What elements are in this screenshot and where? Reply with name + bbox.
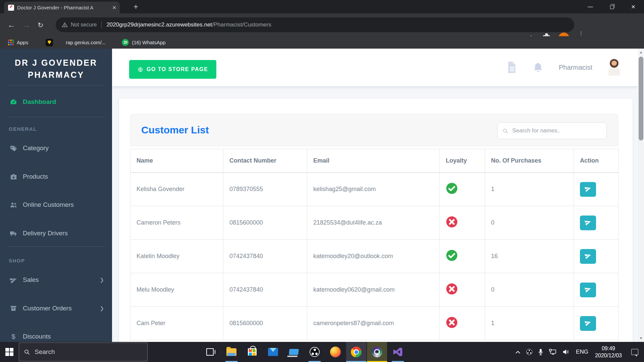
send-message-button[interactable] xyxy=(580,249,596,264)
taskbar-obs[interactable] xyxy=(305,342,325,362)
customer-row: Melu Moodley0742437840katemoodley0620@gm… xyxy=(130,273,619,307)
bookmark-gem[interactable] xyxy=(46,39,53,46)
send-message-button[interactable] xyxy=(580,283,596,297)
apps-grid-icon xyxy=(8,40,14,45)
pharmacist-avatar[interactable] xyxy=(607,59,621,76)
tray-obs-icon[interactable] xyxy=(524,342,535,362)
tab-close-icon[interactable]: ✕ xyxy=(112,5,116,10)
sidebar-divider xyxy=(7,117,105,117)
back-icon[interactable]: ← xyxy=(7,21,15,29)
sidebar-item-label: Online Customers xyxy=(23,201,74,208)
search-input[interactable] xyxy=(512,127,602,134)
scrollbar-thumb[interactable] xyxy=(639,57,643,140)
tray-clock[interactable]: 09:492020/12/03 xyxy=(592,345,625,359)
users-icon xyxy=(9,201,17,209)
site-favicon xyxy=(8,5,14,11)
send-plane-icon xyxy=(585,185,591,193)
sidebar-item-delivery-drivers[interactable]: Delivery Drivers xyxy=(0,225,112,241)
scroll-up-icon[interactable]: ▲ xyxy=(638,51,644,54)
sidebar-item-customer-orders[interactable]: Customer Orders ❯ xyxy=(0,300,112,316)
window-close-button[interactable]: ✕ xyxy=(623,0,644,13)
loyalty-yes-icon xyxy=(446,189,458,196)
start-button[interactable] xyxy=(0,342,19,362)
sidebar-item-label: Dashboard xyxy=(23,98,56,106)
cell-name: Katelin Moodley xyxy=(130,240,223,273)
sidebar-item-products[interactable]: Products xyxy=(0,169,112,185)
window-minimize-button[interactable]: — xyxy=(580,0,601,13)
card-toolbar: Customer List xyxy=(130,114,618,146)
taskbar-search-input[interactable] xyxy=(34,348,143,356)
cell-purchases: 0 xyxy=(485,273,574,307)
action-center-icon[interactable] xyxy=(625,342,644,362)
taskbar-spiral-app[interactable] xyxy=(367,342,387,362)
taskbar-file-explorer[interactable] xyxy=(221,342,241,362)
loyalty-no-icon xyxy=(446,323,458,330)
tray-time: 09:49 xyxy=(602,346,615,351)
sidebar-item-label: Sales xyxy=(23,276,39,284)
sidebar-item-sales[interactable]: Sales ❯ xyxy=(0,272,112,288)
send-plane-icon xyxy=(585,219,591,227)
sidebar-item-label: Discounts xyxy=(23,333,51,340)
task-view-icon xyxy=(206,348,214,356)
tags-icon xyxy=(9,144,17,152)
gauge-icon xyxy=(9,98,17,106)
page-scrollbar[interactable]: ▲ ▼ xyxy=(638,49,644,342)
tray-network-icon[interactable] xyxy=(546,342,559,362)
tray-language-label[interactable]: ENG xyxy=(573,349,592,355)
cell-action xyxy=(574,273,619,307)
tray-volume-icon[interactable] xyxy=(559,342,573,362)
browser-toolbar: ← → ↻ Not secure 2020grp29drjamesinc2.az… xyxy=(0,13,644,36)
taskbar-firefox[interactable] xyxy=(325,342,345,362)
column-header-email: Email xyxy=(307,149,440,173)
bookmark-apps-label: Apps xyxy=(17,40,28,45)
windows-logo-icon xyxy=(5,348,13,356)
sidebar-item-discounts[interactable]: $ Discounts xyxy=(0,328,112,342)
bookmark-rap-genius[interactable]: rap.genius.com/... xyxy=(66,40,106,45)
go-to-store-button[interactable]: GO TO STORE PAGE xyxy=(129,60,216,79)
tray-chevron-up-icon[interactable] xyxy=(512,342,524,362)
cell-purchases: 1 xyxy=(485,173,574,206)
sidebar-item-dashboard[interactable]: Dashboard xyxy=(0,94,112,110)
send-message-button[interactable] xyxy=(580,216,596,230)
window-restore-button[interactable] xyxy=(601,0,623,13)
security-label[interactable]: Not secure xyxy=(71,22,97,28)
cell-contact-number: 0815600000 xyxy=(223,307,307,340)
cell-email: katemoodley0620@gmail.com xyxy=(307,273,440,307)
role-label[interactable]: Pharmacist xyxy=(559,64,592,71)
taskbar-mail[interactable] xyxy=(263,342,283,362)
search-box[interactable] xyxy=(497,122,607,139)
bookmark-whatsapp[interactable]: 20 (16) WhatsApp xyxy=(122,39,165,46)
sidebar-item-online-customers[interactable]: Online Customers xyxy=(0,197,112,213)
send-message-button[interactable] xyxy=(580,316,596,331)
send-message-button[interactable] xyxy=(580,182,596,197)
bookmark-apps[interactable]: Apps xyxy=(8,40,28,45)
task-view-button[interactable] xyxy=(200,342,220,362)
sidebar-item-category[interactable]: Category xyxy=(0,140,112,156)
address-bar[interactable]: Not secure 2020grp29drjamesinc2.azureweb… xyxy=(56,17,574,32)
reload-icon[interactable]: ↻ xyxy=(38,21,44,28)
browser-tab[interactable]: Doctor J Govender - Pharmacist A ✕ xyxy=(4,2,120,13)
taskbar: ENG 09:492020/12/03 xyxy=(0,342,644,362)
url-host: 2020grp29drjamesinc2.azurewebsites.net xyxy=(106,21,212,28)
new-tab-button[interactable]: + xyxy=(133,3,138,11)
cell-name: Kelisha Govender xyxy=(130,173,223,206)
scroll-down-icon[interactable]: ▼ xyxy=(638,337,644,340)
taskbar-search[interactable] xyxy=(19,343,148,361)
tray-microphone-icon[interactable] xyxy=(535,342,546,362)
box-icon xyxy=(9,304,17,312)
taskbar-microsoft-store[interactable] xyxy=(242,342,262,362)
column-header-action: Action xyxy=(574,149,619,173)
chevron-right-icon: ❯ xyxy=(100,305,104,311)
report-document-icon[interactable] xyxy=(506,61,517,74)
sidebar-divider xyxy=(7,85,105,86)
customer-table-head-row: NameContact NumberEmailLoyaltyNo. Of Pur… xyxy=(130,149,619,173)
taskbar-this-pc[interactable] xyxy=(284,342,304,362)
taskbar-search-icon xyxy=(24,349,30,355)
forward-icon[interactable]: → xyxy=(22,21,30,29)
taskbar-visual-studio[interactable] xyxy=(388,342,408,362)
taskbar-chrome[interactable] xyxy=(346,342,366,362)
customer-table-body: Kelisha Govender0789370555kelishag25@gma… xyxy=(130,173,619,340)
bell-icon[interactable] xyxy=(532,61,544,73)
cell-contact-number: 0742437840 xyxy=(223,273,307,307)
window-controls: — ✕ xyxy=(580,0,644,13)
